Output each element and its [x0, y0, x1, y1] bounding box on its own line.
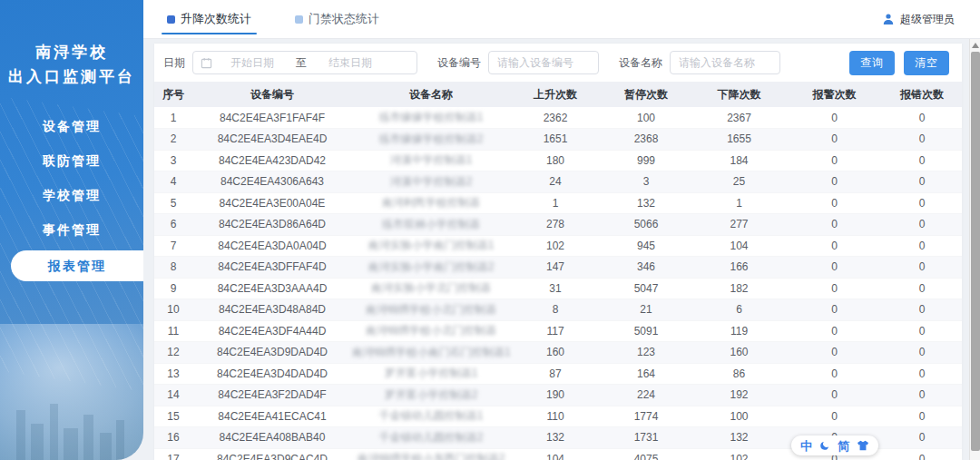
- device-id-input[interactable]: [488, 51, 599, 74]
- table-cell: 84C2E4EA423DAD42: [192, 150, 352, 171]
- table-cell: 277: [691, 214, 787, 236]
- device-name-input[interactable]: [670, 51, 780, 74]
- table-header-cell: 序号: [154, 82, 192, 107]
- table-cell: 0: [882, 406, 962, 427]
- table-row: 584C2E4EA3E00A04E南浔利民学校控制器1132100: [154, 192, 962, 214]
- top-bar: 升降次数统计门禁状态统计 超级管理员: [143, 0, 980, 39]
- table-cell: 6: [154, 214, 192, 236]
- simplified-chinese-icon[interactable]: 简: [838, 440, 849, 452]
- table-cell: 190: [510, 385, 601, 406]
- table-cell: 4: [154, 171, 192, 193]
- table-row: 1584C2E4EA41ECAC41千金镇幼儿园控制器1110177410000: [154, 406, 962, 427]
- table-cell: 6: [691, 299, 787, 321]
- table-cell: 0: [882, 257, 962, 279]
- user-name: 超级管理员: [900, 12, 955, 27]
- search-button[interactable]: 查询: [849, 51, 895, 75]
- table-cell: 15: [154, 406, 192, 427]
- table-cell: 3: [601, 171, 691, 193]
- scrollbar-up-arrow-icon[interactable]: [972, 43, 979, 48]
- table-cell: 25: [691, 171, 787, 193]
- table-cell: 14: [154, 385, 192, 406]
- table-header-cell: 报错次数: [882, 82, 962, 107]
- cell-device-name: 练市双林小学控制器: [352, 214, 510, 236]
- tab-0[interactable]: 升降次数统计: [163, 0, 255, 38]
- table-header-cell: 设备名称: [352, 82, 510, 107]
- table-cell: 84C2E4EA4306A643: [192, 171, 352, 193]
- table-cell: 11: [154, 320, 192, 342]
- cell-device-name: 南浔锦绣学校小东西门控制器2: [352, 448, 510, 460]
- user-menu[interactable]: 超级管理员: [882, 12, 955, 27]
- table-cell: 1: [691, 192, 787, 214]
- table-cell: 123: [601, 342, 691, 364]
- table-cell: 84C2E4EA3DFFAF4D: [192, 257, 352, 279]
- table-cell: 16: [154, 427, 192, 449]
- end-date-input[interactable]: [310, 56, 390, 69]
- cell-device-name: 南浔锦绣学校小北门控制器: [352, 320, 510, 342]
- table-row: 284C2E4EA3D4EAE4D练市缘缘学校控制器21651236816550…: [154, 129, 962, 151]
- table-cell: 0: [882, 171, 962, 193]
- table-cell: 2368: [601, 129, 691, 151]
- chinese-language-icon[interactable]: 中: [800, 440, 812, 452]
- translate-widget[interactable]: 中 简: [791, 436, 878, 455]
- cell-device-name: 浔溪中学控制器1: [352, 150, 510, 171]
- table-cell: 84C2E4EA3F1FAF4F: [192, 107, 352, 129]
- start-date-input[interactable]: [212, 56, 292, 69]
- table-cell: 0: [882, 214, 962, 236]
- table-cell: 84C2E4EA3D3AAA4D: [192, 278, 352, 299]
- table-cell: 4075: [601, 448, 691, 460]
- table-cell: 182: [691, 278, 787, 299]
- table-cell: 84C2E4EA3D4EAE4D: [192, 129, 352, 151]
- tab-label: 门禁状态统计: [309, 11, 379, 27]
- vertical-scrollbar[interactable]: [969, 39, 980, 460]
- table-cell: 132: [510, 427, 601, 449]
- cell-device-name: 练市缘缘学校控制器2: [352, 129, 510, 151]
- table-cell: 1774: [601, 406, 691, 427]
- table-cell: 31: [510, 278, 601, 299]
- clear-button[interactable]: 清空: [904, 51, 949, 75]
- table-cell: 3: [154, 150, 192, 171]
- date-label: 日期: [163, 55, 185, 71]
- sidebar-item-0[interactable]: 设备管理: [0, 109, 143, 143]
- date-range-picker[interactable]: 至: [192, 51, 417, 74]
- sidebar-item-3[interactable]: 事件管理: [0, 212, 143, 247]
- app-title: 南浔学校 出入口监测平台: [0, 40, 143, 89]
- table-row: 684C2E4EA3D86A64D练市双林小学控制器278506627700: [154, 214, 962, 236]
- sidebar-item-2[interactable]: 学校管理: [0, 178, 143, 212]
- filter-bar: 日期 至 设备编号 设备名称 查询 清空: [154, 44, 962, 82]
- table-row: 1184C2E4EA3DF4A44D南浔锦绣学校小北门控制器1175091119…: [154, 320, 962, 342]
- table-header-cell: 报警次数: [787, 82, 882, 107]
- cell-device-name: 罗开富小学控制器1: [352, 363, 510, 385]
- content-panel: 日期 至 设备编号 设备名称 查询 清空 序号设备编号设备名称上升次数暂停次数下…: [154, 44, 962, 460]
- table-cell: 0: [787, 192, 882, 214]
- app-title-line2: 出入口监测平台: [0, 64, 143, 89]
- app-title-line1: 南浔学校: [0, 40, 143, 64]
- table-cell: 87: [510, 363, 601, 385]
- table-header-cell: 下降次数: [691, 82, 787, 107]
- table-cell: 7: [154, 235, 192, 257]
- table-cell: 0: [787, 278, 882, 299]
- sidebar-item-4[interactable]: 报表管理: [11, 250, 143, 281]
- shirt-icon[interactable]: [857, 440, 869, 451]
- table-header-cell: 暂停次数: [601, 82, 691, 107]
- table-cell: 2362: [510, 107, 601, 129]
- cell-device-name: 南浔实验小学北门控制器: [352, 278, 510, 299]
- sidebar-item-1[interactable]: 联防管理: [0, 143, 143, 178]
- table-header: 序号设备编号设备名称上升次数暂停次数下降次数报警次数报错次数: [154, 82, 962, 107]
- table-cell: 346: [601, 257, 691, 279]
- table-cell: 0: [787, 363, 882, 385]
- filter-buttons: 查询 清空: [849, 51, 949, 75]
- scrollbar-thumb[interactable]: [971, 52, 980, 451]
- table-cell: 192: [691, 385, 787, 406]
- sidebar: 南浔学校 出入口监测平台 设备管理联防管理学校管理事件管理报表管理: [0, 0, 143, 460]
- table-row: 1384C2E4EA3D4DAD4D罗开富小学控制器1871648600: [154, 363, 962, 385]
- tab-1[interactable]: 门禁状态统计: [291, 0, 383, 38]
- table-cell: 13: [154, 363, 192, 385]
- table-cell: 0: [882, 385, 962, 406]
- dark-mode-moon-icon[interactable]: [819, 440, 830, 451]
- cell-device-name: 南浔锦绣学校小北门控制器: [352, 299, 510, 321]
- table-row: 784C2E4EA3DA0A04D南浔实验小学南门控制器110294510400: [154, 235, 962, 257]
- table-cell: 110: [510, 406, 601, 427]
- table-cell: 147: [510, 257, 601, 279]
- table-cell: 1655: [691, 129, 787, 151]
- table-cell: 1: [154, 107, 192, 129]
